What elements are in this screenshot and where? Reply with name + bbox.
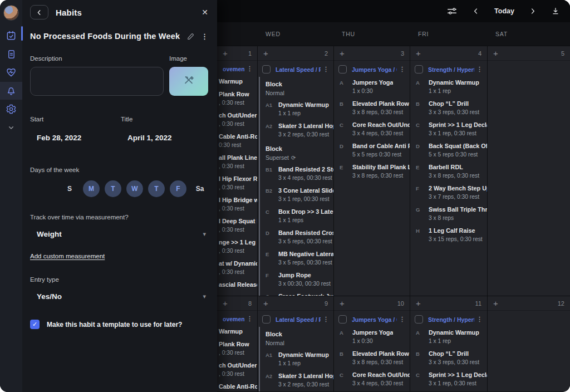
- entry-type-select[interactable]: Yes/No ▾: [30, 292, 208, 301]
- exercise-row[interactable]: CCore Reach Out/Under3 x 4 reps, 0:30 re…: [334, 371, 407, 391]
- exercise-detail: 1 x 1 rep: [429, 338, 479, 344]
- exercise-fragment: l Hip Flexor Rais..., 0:30 rest: [217, 175, 255, 197]
- workout-checkbox[interactable]: [262, 65, 271, 74]
- exercise-row[interactable]: FJump Rope3 x 00:30, 00:30 rest: [260, 272, 331, 293]
- exercise-letter: C: [416, 121, 429, 136]
- workout-title[interactable]: Lateral Speed / Plyo: [276, 66, 321, 73]
- add-workout-button[interactable]: +: [223, 299, 228, 307]
- exercise-row[interactable]: AJumpers Yoga1 x 0:30: [334, 79, 407, 100]
- exercise-row[interactable]: EMB Negative Lateral Hop...3 x 5 reps, 0…: [260, 251, 331, 272]
- add-workout-button[interactable]: +: [223, 49, 228, 57]
- exercise-row[interactable]: B23 Cone Lateral Slide3 x 1 rep, 00:30 r…: [260, 187, 331, 208]
- workout-title[interactable]: Strength / Hypertro...: [428, 66, 474, 73]
- workout-checkbox[interactable]: [415, 315, 423, 324]
- workout-title[interactable]: Strength / Hypertro...: [428, 316, 474, 323]
- measurement-select[interactable]: Weight ▾: [30, 230, 208, 238]
- edit-pencil-icon[interactable]: [186, 32, 195, 41]
- download-icon[interactable]: [551, 7, 560, 16]
- add-workout-button[interactable]: +: [416, 49, 421, 57]
- day-toggle-m[interactable]: M: [83, 180, 100, 197]
- workout-menu-kebab-icon[interactable]: ⋮: [244, 65, 253, 72]
- exercise-row[interactable]: CSprint >> 1 Leg Declarations3 x 1 rep, …: [410, 121, 485, 143]
- workout-checkbox[interactable]: [262, 315, 271, 324]
- exercise-row[interactable]: A2Skater 3 Lateral Hops >> ...3 x 2 reps…: [260, 122, 331, 144]
- day-toggle-row: SMTWTFSa: [61, 180, 208, 197]
- workout-title[interactable]: Jumpers Yoga / Core: [352, 66, 397, 73]
- exercise-row[interactable]: BChop “L” Drill3 x 3 reps, 0:30 rest: [410, 350, 485, 371]
- sidebar-item-notes[interactable]: [0, 45, 22, 63]
- end-date-field[interactable]: April 1, 2022: [121, 134, 208, 142]
- day-number: 10: [397, 300, 404, 307]
- add-workout-button[interactable]: +: [493, 299, 498, 307]
- exercise-row[interactable]: EStability Ball Plank Linear ...3 x 8 re…: [334, 164, 407, 185]
- day-cell: +5: [488, 46, 570, 296]
- sidebar-item-settings[interactable]: [0, 100, 22, 118]
- exercise-row[interactable]: A1Dynamic Warmup1 x 1 rep: [260, 101, 331, 122]
- workout-menu-kebab-icon[interactable]: ⋮: [397, 316, 405, 323]
- exercise-row[interactable]: B1Band Resisted 2 Step Late...3 x 4 reps…: [260, 166, 331, 187]
- back-button[interactable]: [30, 5, 48, 19]
- workout-menu-kebab-icon[interactable]: ⋮: [244, 315, 253, 322]
- prev-chevron-icon[interactable]: [472, 7, 480, 15]
- avatar[interactable]: [3, 5, 19, 21]
- exercise-row[interactable]: BElevated Plank Row3 x 8 reps, 0:30 rest: [334, 100, 407, 121]
- workout-checkbox[interactable]: [338, 315, 347, 324]
- exercise-letter: H: [416, 227, 429, 242]
- exercise-row[interactable]: H1 Leg Calf Raise3 x 15 reps, 0:30 rest: [410, 227, 485, 248]
- add-workout-button[interactable]: +: [493, 49, 498, 57]
- start-date-field[interactable]: Feb 28, 2022: [30, 134, 121, 142]
- add-workout-button[interactable]: +: [340, 299, 345, 307]
- habit-image-tile[interactable]: [169, 67, 208, 96]
- exercise-row[interactable]: F2 Way Bench Step Up3 x 7 reps, 0:30 res…: [410, 185, 485, 206]
- exercise-row[interactable]: EBarbell RDL3 x 8 reps, 0:30 rest: [410, 164, 485, 185]
- exercise-row[interactable]: DBand Resisted Crossover...3 x 5 reps, 0…: [260, 229, 331, 251]
- workout-title[interactable]: ovement Q...: [223, 316, 244, 322]
- day-toggle-t[interactable]: T: [148, 180, 165, 197]
- exercise-row[interactable]: AJumpers Yoga1 x 0:30: [334, 329, 407, 350]
- add-workout-button[interactable]: +: [340, 49, 345, 57]
- exercise-row[interactable]: ADynamic Warmup1 x 1 rep: [410, 329, 485, 350]
- exercise-row[interactable]: CBox Drop >> 3 Lateral H...1 x 1 reps: [260, 208, 331, 229]
- habit-menu-kebab-icon[interactable]: ⋮: [201, 32, 208, 41]
- exercise-row[interactable]: ADynamic Warmup1 x 1 rep: [410, 79, 485, 100]
- workout-menu-kebab-icon[interactable]: ⋮: [321, 66, 329, 73]
- workout-menu-kebab-icon[interactable]: ⋮: [321, 316, 329, 323]
- sidebar-item-reminders[interactable]: [0, 82, 22, 100]
- exercise-row[interactable]: GCross Footwork Jump Rope3 x 00:30, 00:3…: [260, 293, 331, 296]
- add-custom-measurement-link[interactable]: Add custom measurement: [30, 253, 105, 259]
- day-toggle-sa[interactable]: Sa: [191, 180, 208, 197]
- workout-checkbox[interactable]: [415, 65, 423, 74]
- filter-sliders-icon[interactable]: [446, 6, 458, 16]
- day-toggle-f[interactable]: F: [170, 180, 186, 197]
- description-input[interactable]: [30, 67, 164, 96]
- exercise-row[interactable]: CCore Reach Out/Under3 x 4 reps, 0:30 re…: [334, 121, 407, 143]
- exercise-row[interactable]: CSprint >> 1 Leg Declarations3 x 1 rep, …: [410, 371, 485, 391]
- workout-title[interactable]: Lateral Speed / Plyo: [276, 316, 321, 323]
- exercise-row[interactable]: DBand or Cable Anti Rotati...5 x 5 reps …: [334, 143, 407, 164]
- template-checkbox[interactable]: ✓: [30, 320, 40, 329]
- workout-title[interactable]: Jumpers Yoga / Core: [352, 316, 397, 323]
- add-workout-button[interactable]: +: [416, 299, 421, 307]
- workout-menu-kebab-icon[interactable]: ⋮: [397, 66, 405, 73]
- next-chevron-icon[interactable]: [529, 7, 537, 15]
- today-button[interactable]: Today: [494, 7, 514, 15]
- sidebar-item-health[interactable]: [0, 63, 22, 81]
- workout-menu-kebab-icon[interactable]: ⋮: [474, 316, 483, 323]
- workout-menu-kebab-icon[interactable]: ⋮: [474, 66, 483, 73]
- exercise-row[interactable]: BElevated Plank Row3 x 8 reps, 0:30 rest: [334, 350, 407, 371]
- exercise-row[interactable]: A1Dynamic Warmup1 x 1 rep: [260, 351, 331, 373]
- workout-title[interactable]: ovement Q...: [223, 66, 244, 72]
- exercise-row[interactable]: A2Skater 3 Lateral Hops >> ...3 x 2 reps…: [260, 373, 331, 391]
- add-workout-button[interactable]: +: [263, 299, 268, 307]
- exercise-row[interactable]: BChop “L” Drill3 x 3 reps, 0:30 rest: [410, 100, 485, 121]
- sidebar-expand[interactable]: [0, 119, 22, 136]
- close-icon[interactable]: ✕: [202, 8, 208, 16]
- exercise-row[interactable]: GSwiss Ball Triple Threat3 x 8 reps: [410, 206, 485, 227]
- workout-checkbox[interactable]: [338, 65, 347, 74]
- day-toggle-w[interactable]: W: [126, 180, 143, 197]
- add-workout-button[interactable]: +: [263, 49, 268, 57]
- exercise-row[interactable]: DBack Squat (Back Off Set)5 x 5 reps 0:3…: [410, 143, 485, 164]
- day-toggle-s[interactable]: S: [61, 180, 78, 197]
- sidebar-item-calendar[interactable]: [0, 27, 22, 45]
- day-toggle-t[interactable]: T: [105, 180, 121, 197]
